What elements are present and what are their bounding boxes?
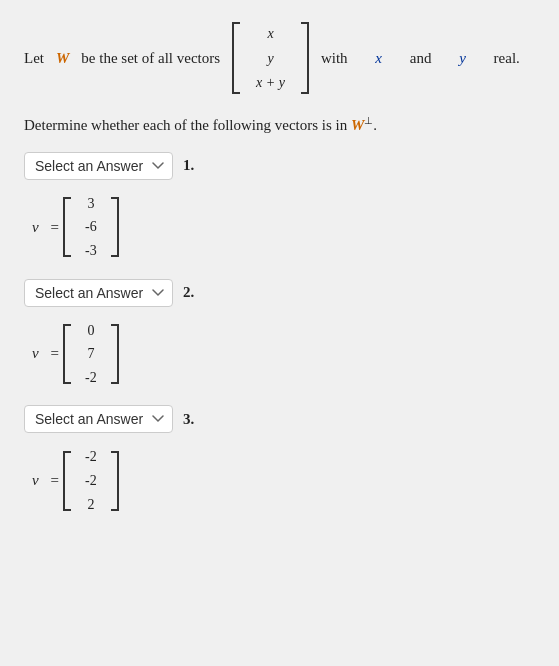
v2-entry-1: 0: [81, 321, 101, 341]
question-3-number: 3.: [183, 411, 194, 428]
equals-2: =: [50, 345, 58, 362]
intro-text-before: Let: [24, 50, 44, 67]
header-entry-xy: x + y: [256, 73, 285, 93]
intro-line: Let W be the set of all vectors x y x + …: [24, 20, 535, 97]
determine-line: Determine whether each of the following …: [24, 115, 535, 134]
v1-entry-1: 3: [81, 194, 101, 214]
question-2-select[interactable]: Select an Answer Yes No: [24, 279, 173, 307]
v1-bracket-left: [63, 197, 71, 257]
v2-entry-2: 7: [81, 344, 101, 364]
question-2-vector: v = 0 7 -2: [32, 317, 535, 392]
question-3-answer-row: Select an Answer Yes No 3.: [24, 405, 535, 433]
question-1-answer-row: Select an Answer Yes No 1.: [24, 152, 535, 180]
determine-text: Determine whether each of the following …: [24, 117, 351, 133]
v2-bracket-left: [63, 324, 71, 384]
vector-2-matrix: 0 7 -2: [63, 317, 119, 392]
header-entry-x: x: [260, 24, 280, 44]
question-2-number: 2.: [183, 284, 194, 301]
determine-W: W: [351, 117, 364, 133]
question-2-answer-row: Select an Answer Yes No 2.: [24, 279, 535, 307]
header-matrix: x y x + y: [232, 20, 309, 97]
intro-W: W: [56, 50, 69, 67]
header-bracket-right: [301, 22, 309, 94]
v3-bracket-left: [63, 451, 71, 511]
intro-real: real.: [494, 50, 520, 67]
v1-values: 3 -6 -3: [77, 190, 105, 265]
equals-1: =: [50, 219, 58, 236]
v3-entry-1: -2: [81, 447, 101, 467]
v2-entry-3: -2: [81, 368, 101, 388]
question-3-select[interactable]: Select an Answer Yes No: [24, 405, 173, 433]
question-2: Select an Answer Yes No 2. v = 0 7 -2: [24, 279, 535, 392]
v3-entry-3: 2: [81, 495, 101, 515]
v3-bracket-right: [111, 451, 119, 511]
v3-entry-2: -2: [81, 471, 101, 491]
question-1-vector: v = 3 -6 -3: [32, 190, 535, 265]
v-label-2: v: [32, 345, 39, 362]
question-3: Select an Answer Yes No 3. v = -2 -2 2: [24, 405, 535, 518]
question-1: Select an Answer Yes No 1. v = 3 -6 -3: [24, 152, 535, 265]
v1-bracket-right: [111, 197, 119, 257]
v-label-3: v: [32, 472, 39, 489]
intro-and: and: [410, 50, 432, 67]
question-3-vector: v = -2 -2 2: [32, 443, 535, 518]
intro-y-var: y: [459, 50, 466, 67]
v1-entry-2: -6: [81, 217, 101, 237]
vector-1-matrix: 3 -6 -3: [63, 190, 119, 265]
v-label-1: v: [32, 219, 39, 236]
question-1-select[interactable]: Select an Answer Yes No: [24, 152, 173, 180]
v3-values: -2 -2 2: [77, 443, 105, 518]
intro-x-var: x: [375, 50, 382, 67]
intro-text-middle: be the set of all vectors: [81, 50, 220, 67]
header-matrix-values: x y x + y: [246, 20, 295, 97]
v2-values: 0 7 -2: [77, 317, 105, 392]
vector-3-matrix: -2 -2 2: [63, 443, 119, 518]
question-1-number: 1.: [183, 157, 194, 174]
v2-bracket-right: [111, 324, 119, 384]
intro-with: with: [321, 50, 348, 67]
header-bracket-left: [232, 22, 240, 94]
perp-symbol: ⊥: [364, 115, 373, 126]
header-entry-y: y: [260, 49, 280, 69]
v1-entry-3: -3: [81, 241, 101, 261]
equals-3: =: [50, 472, 58, 489]
